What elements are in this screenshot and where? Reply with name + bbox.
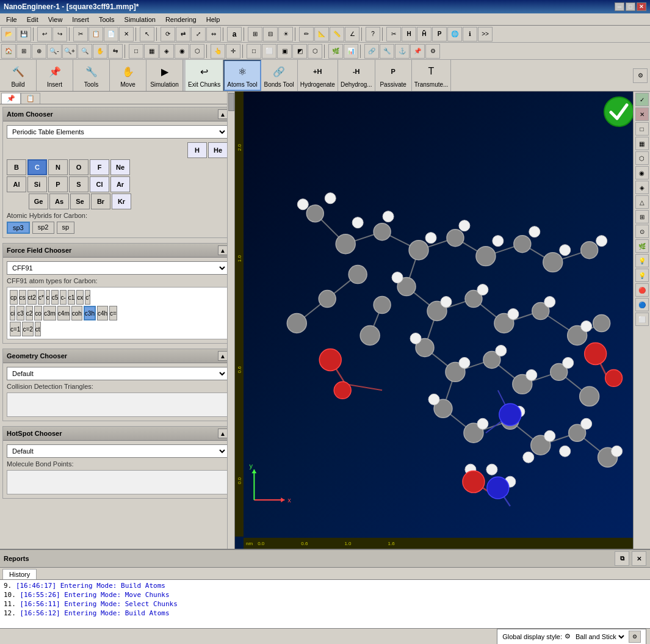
- panel-tab-2[interactable]: 📋: [21, 93, 40, 104]
- mode-atoms-tool[interactable]: ⚛ Atoms Tool: [223, 60, 261, 91]
- element-Br[interactable]: Br: [91, 194, 110, 209]
- tb-save-btn[interactable]: 💾: [16, 27, 31, 42]
- tb-angle-btn[interactable]: ∠: [345, 27, 359, 42]
- tb-zoom-in-btn[interactable]: 🔍+: [62, 44, 77, 59]
- hotspot-collapse-btn[interactable]: ▲: [218, 429, 228, 438]
- geometry-dropdown[interactable]: Default Triangle Square: [7, 367, 228, 380]
- tb-cube-btn[interactable]: ⬡: [308, 44, 322, 59]
- tb-translate-btn[interactable]: ⇄: [176, 27, 190, 42]
- tb-motor-btn[interactable]: ⚙: [425, 44, 440, 59]
- tb-paste-btn[interactable]: 📄: [104, 27, 118, 42]
- tb-box4-btn[interactable]: ◩: [292, 44, 307, 59]
- tb-pin-btn[interactable]: 📌: [410, 44, 425, 59]
- hybrid-sp[interactable]: sp: [57, 222, 75, 234]
- mode-move[interactable]: ✋ Move: [110, 60, 146, 91]
- atom-type-c3h[interactable]: c3h: [84, 306, 96, 320]
- tb-atom-btn[interactable]: a: [227, 27, 242, 42]
- atom-type-ceq[interactable]: c=: [109, 306, 117, 320]
- tb-zoom-area-btn[interactable]: 🔍: [78, 44, 92, 59]
- tb-side-btn[interactable]: ◉: [175, 44, 189, 59]
- atom-type-c4m[interactable]: c4m: [57, 306, 70, 320]
- scrollbar-thumb[interactable]: [228, 93, 234, 111]
- tb-help-btn[interactable]: ?: [366, 27, 380, 42]
- hybrid-sp3[interactable]: sp3: [7, 222, 30, 234]
- mode-settings-btn[interactable]: ⚙: [633, 68, 648, 83]
- element-Kr[interactable]: Kr: [112, 194, 131, 209]
- rs-btn-12[interactable]: 💡: [635, 254, 649, 267]
- mode-simulation[interactable]: ▶ Simulation: [146, 60, 183, 91]
- tb-sun-btn[interactable]: ☀: [278, 27, 293, 42]
- mode-passivate[interactable]: P Passivate: [375, 60, 412, 91]
- rs-btn-13[interactable]: 💡: [635, 269, 649, 282]
- mode-hydrogenate[interactable]: +H Hydrogenate: [298, 60, 338, 91]
- checkmark-overlay[interactable]: [604, 96, 628, 121]
- tb-select-btn[interactable]: ↖: [140, 27, 154, 42]
- tb-ruler-btn[interactable]: 📏: [330, 27, 344, 42]
- tb-box2-btn[interactable]: ⬜: [262, 44, 276, 59]
- mode-tools[interactable]: 🔧 Tools: [73, 60, 110, 91]
- force-field-dropdown[interactable]: CFF91 AMBER GROMACS: [7, 261, 228, 275]
- tb-box3-btn[interactable]: ▣: [277, 44, 292, 59]
- element-H[interactable]: H: [187, 142, 207, 158]
- display-style-dropdown[interactable]: Ball and Stick CPK Tubes Wireframe: [573, 632, 626, 641]
- rs-btn-1[interactable]: ✓: [635, 93, 649, 106]
- tb-H-btn[interactable]: H: [402, 27, 416, 42]
- atom-type-c2[interactable]: c2: [26, 306, 34, 320]
- atom-chooser-collapse-btn[interactable]: ▲: [218, 109, 228, 119]
- hybrid-sp2[interactable]: sp2: [32, 222, 54, 234]
- tb-info-btn[interactable]: ℹ: [463, 27, 477, 42]
- tb-cut-btn[interactable]: ✂: [73, 27, 88, 42]
- rs-btn-8[interactable]: △: [635, 195, 649, 209]
- viewport[interactable]: x y 2.0 1.0 0.6 0.0 nm 0.0 0.6 1.0 1.6: [235, 92, 633, 549]
- menu-insert[interactable]: Insert: [67, 15, 94, 24]
- tb-open-btn[interactable]: 📂: [1, 27, 16, 42]
- rs-btn-14[interactable]: 🔴: [635, 283, 649, 297]
- atom-type-c5[interactable]: c5: [51, 290, 59, 305]
- rs-btn-9[interactable]: ⊞: [635, 210, 649, 223]
- rs-btn-2[interactable]: ✕: [635, 107, 649, 121]
- force-field-collapse-btn[interactable]: ▲: [218, 245, 228, 255]
- mode-transmute[interactable]: T Transmute...: [412, 60, 452, 91]
- atom-type-cp[interactable]: cp: [10, 290, 18, 305]
- atom-type-c3[interactable]: c3: [16, 306, 24, 320]
- rs-btn-4[interactable]: ▦: [635, 137, 649, 150]
- hotspot-dropdown[interactable]: Default Custom: [7, 444, 228, 458]
- tb-anchor-btn[interactable]: ⚓: [395, 44, 410, 59]
- reports-close-btn[interactable]: ✕: [632, 551, 646, 566]
- element-He[interactable]: He: [208, 142, 228, 158]
- rs-btn-6[interactable]: ◉: [635, 166, 649, 179]
- tb-pan-btn[interactable]: ✋: [93, 44, 107, 59]
- tb-persp-btn[interactable]: ⬡: [190, 44, 204, 59]
- atom-type-c4h[interactable]: c4h: [97, 306, 108, 320]
- menu-edit[interactable]: Edit: [22, 15, 43, 24]
- mode-bonds-tool[interactable]: 🔗 Bonds Tool: [261, 60, 298, 91]
- element-S[interactable]: S: [69, 176, 88, 192]
- rs-btn-15[interactable]: 🔵: [635, 298, 649, 311]
- menu-rendering[interactable]: Rendering: [161, 15, 201, 24]
- tb-P-btn[interactable]: P: [432, 27, 447, 42]
- left-panel-scrollbar[interactable]: [227, 92, 234, 549]
- panel-tab-1[interactable]: 📌: [1, 93, 21, 104]
- display-style-apply-btn[interactable]: ⚙: [629, 631, 641, 643]
- rs-btn-3[interactable]: □: [635, 122, 649, 136]
- tb-box-btn[interactable]: □: [247, 44, 261, 59]
- menu-help[interactable]: Help: [201, 15, 225, 24]
- tb-H2-btn[interactable]: H̄: [417, 27, 432, 42]
- atom-type-cx[interactable]: cx: [76, 290, 84, 305]
- tb-pan2-btn[interactable]: ⇆: [108, 44, 123, 59]
- tb-layer2-btn[interactable]: 📊: [344, 44, 358, 59]
- tb-bond-btn[interactable]: ⊞: [248, 27, 262, 42]
- element-Ne[interactable]: Ne: [110, 159, 130, 175]
- tb-std-view-btn[interactable]: □: [129, 44, 143, 59]
- tb-layer-btn[interactable]: 🌿: [328, 44, 343, 59]
- tb-redo-btn[interactable]: ↪: [52, 27, 67, 42]
- element-B[interactable]: B: [7, 159, 26, 175]
- element-P[interactable]: P: [48, 176, 68, 192]
- mode-insert[interactable]: 📌 Insert: [37, 60, 73, 91]
- tb-scissors-btn[interactable]: ✂: [386, 27, 401, 42]
- atom-type-c1[interactable]: c1: [68, 290, 76, 305]
- rs-btn-5[interactable]: ⬡: [635, 151, 649, 165]
- periodic-table-dropdown[interactable]: Periodic Table Elements Custom: [7, 125, 228, 139]
- tb-top-btn[interactable]: ▦: [144, 44, 159, 59]
- reports-tab-history[interactable]: History: [2, 569, 37, 579]
